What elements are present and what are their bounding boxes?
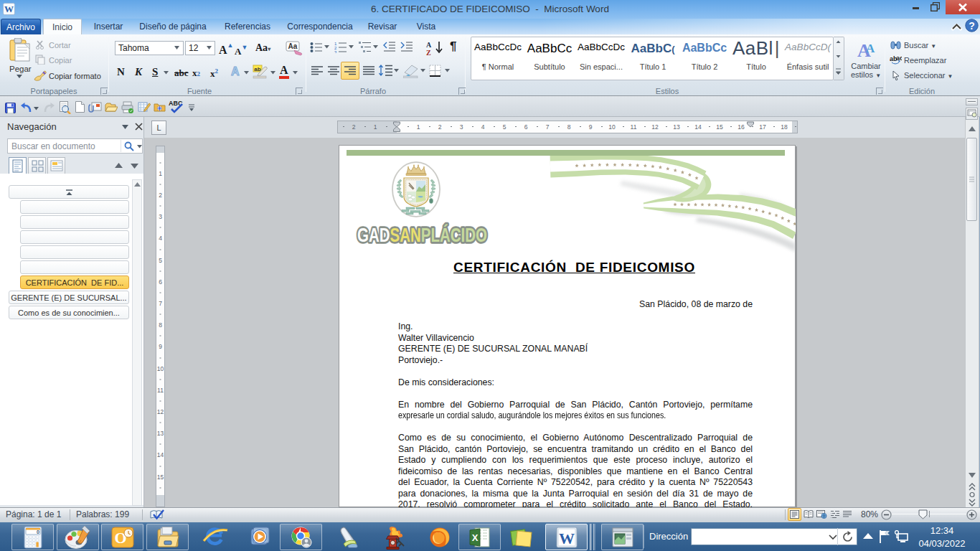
svg-text:9: 9 [159,343,162,350]
svg-text:2: 2 [352,123,356,131]
svg-text:7: 7 [159,300,162,307]
svg-text:2: 2 [438,123,442,131]
svg-text:6: 6 [524,123,528,131]
svg-text:ac: ac [896,55,902,62]
svg-text:8: 8 [567,123,571,131]
svg-text:GADSANPLÁCIDO: GADSANPLÁCIDO [357,224,487,246]
svg-text:2: 2 [159,192,162,199]
svg-text:X: X [472,532,479,543]
svg-text:3: 3 [460,123,463,131]
svg-text:Aa: Aa [288,42,298,50]
svg-text:16: 16 [738,123,745,131]
svg-text:10: 10 [608,123,616,131]
svg-text:11: 11 [631,123,637,131]
svg-text:9: 9 [589,123,593,131]
svg-text:4: 4 [481,123,485,131]
svg-text:11: 11 [157,387,164,394]
svg-text:6: 6 [159,278,162,286]
svg-text:4: 4 [159,235,162,242]
svg-text:1: 1 [159,170,162,177]
svg-text:A: A [866,42,875,55]
svg-text:0: 0 [37,529,39,534]
svg-text:18: 18 [781,123,788,131]
svg-text:W: W [4,4,14,14]
svg-text:8: 8 [159,321,162,329]
svg-text:7: 7 [546,123,550,131]
svg-text:12: 12 [157,408,164,415]
svg-text:1: 1 [417,123,420,131]
svg-text:?: ? [969,20,975,32]
svg-text:5: 5 [503,123,507,131]
svg-text:14: 14 [694,123,702,131]
svg-text:ab: ab [254,66,260,72]
svg-text:14: 14 [157,451,164,458]
svg-text:13: 13 [673,123,680,131]
svg-text:10: 10 [157,365,164,372]
svg-text:15: 15 [157,474,164,481]
svg-text:17: 17 [759,123,766,131]
svg-text:3: 3 [159,213,162,220]
svg-text:15: 15 [716,123,723,131]
svg-text:12: 12 [651,123,659,131]
svg-text:W: W [559,529,575,547]
svg-text:5: 5 [159,257,162,264]
svg-text:1: 1 [374,123,377,131]
svg-text:3: 3 [334,50,337,53]
svg-text:13: 13 [157,430,164,437]
